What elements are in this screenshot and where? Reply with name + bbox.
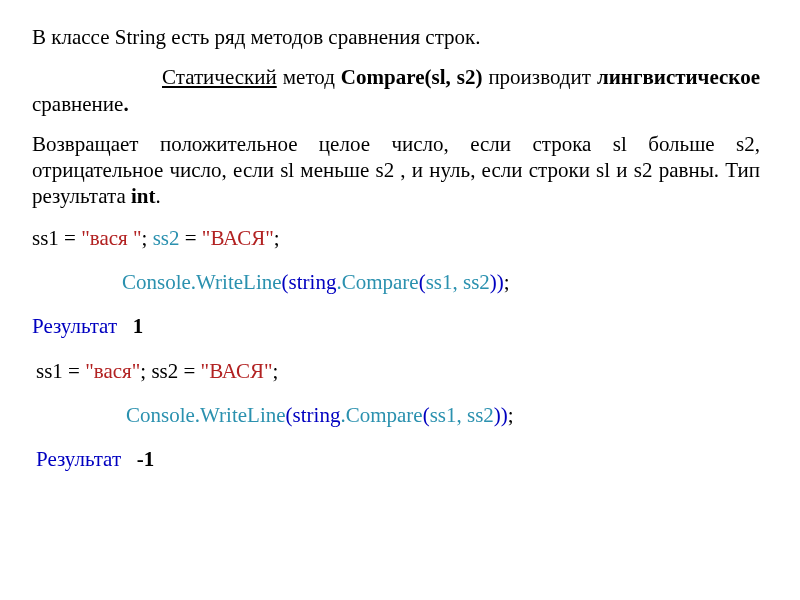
sep: ; [142,226,153,250]
type-int: int [131,184,156,208]
method-writeline: WriteLine [196,270,281,294]
result-label: Результат [32,314,117,338]
paren: ( [419,270,426,294]
paren: ( [286,403,293,427]
keyword-string: string [289,270,337,294]
result-label: Результат [36,447,121,471]
string-literal: "ВАСЯ" [202,226,274,250]
text: производит [482,65,597,89]
arg-ss1: ss1 [430,403,457,427]
method-compare: Compare [342,270,419,294]
text-bold: лингвистическое [597,65,760,89]
string-literal: "вася" [85,359,140,383]
text: . [156,184,161,208]
op-eq: = [180,226,202,250]
slide-content: В классе String есть ряд методов сравнен… [0,0,800,514]
arg-ss1: ss1 [426,270,453,294]
class-console: Console [122,270,191,294]
code-call-2: Console.WriteLine(string.Compare(ss1, ss… [36,401,760,429]
keyword-string: string [293,403,341,427]
sep: ; [140,359,151,383]
result-line-2: Результат -1 [36,445,760,473]
text-bold: . [123,92,128,116]
description-paragraph: Возвращает положительное целое число, ес… [32,131,760,210]
method-writeline: WriteLine [200,403,285,427]
result-value: 1 [133,314,144,338]
paren: )) [490,270,504,294]
semicolon: ; [274,226,280,250]
text: В классе String есть ряд методов сравнен… [32,25,481,49]
op-eq: = [63,359,85,383]
semicolon: ; [508,403,514,427]
comma: , [452,270,463,294]
semicolon: ; [504,270,510,294]
code-assignment-2: ss1 = "вася"; ss2 = "ВАСЯ"; [36,357,760,385]
text: метод [277,65,341,89]
string-literal: "вася " [81,226,141,250]
text: сравнение [32,92,123,116]
intro-paragraph: В классе String есть ряд методов сравнен… [32,24,760,50]
arg-ss2: ss2 [467,403,494,427]
var-ss2: ss2 [153,226,180,250]
op-eq: = [178,359,200,383]
paren: ( [423,403,430,427]
code-assignment-1: ss1 = "вася "; ss2 = "ВАСЯ"; [32,224,760,252]
paren: )) [494,403,508,427]
paren: ( [282,270,289,294]
string-literal: "ВАСЯ" [201,359,273,383]
var-ss2: ss2 [151,359,178,383]
result-value: -1 [137,447,155,471]
static-method-paragraph: Статический метод Compare(sl, s2) произв… [32,64,760,117]
example-2-block: ss1 = "вася"; ss2 = "ВАСЯ"; Console.Writ… [32,357,760,474]
semicolon: ; [273,359,279,383]
var-ss1: ss1 [36,359,63,383]
class-console: Console [126,403,195,427]
method-name: Compare(sl, s2) [341,65,483,89]
var-ss1: ss1 [32,226,59,250]
method-compare: Compare [346,403,423,427]
comma: , [456,403,467,427]
code-call-1: Console.WriteLine(string.Compare(ss1, ss… [32,268,760,296]
text-underline: Статический [162,65,277,89]
op-eq: = [59,226,81,250]
result-line-1: Результат 1 [32,312,760,340]
arg-ss2: ss2 [463,270,490,294]
